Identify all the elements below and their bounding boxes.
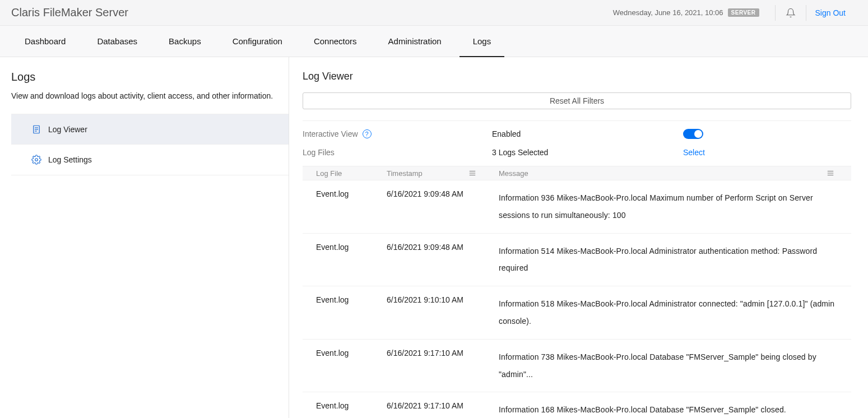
cell-log-file: Event.log: [303, 295, 387, 330]
reset-filters-button[interactable]: Reset All Filters: [303, 92, 851, 109]
table-row[interactable]: Event.log6/16/2021 9:09:48 AMInformation…: [303, 180, 851, 234]
nav-tab-databases[interactable]: Databases: [83, 26, 151, 57]
sidebar-item-log-viewer[interactable]: Log Viewer: [11, 114, 289, 145]
page-heading: Logs: [0, 71, 289, 91]
page-description: View and download logs about activity, c…: [0, 91, 289, 114]
doc-icon: [31, 124, 41, 134]
log-table: Log File Timestamp Message Event.log6/16…: [303, 166, 851, 418]
interactive-view-label: Interactive View: [303, 129, 358, 138]
hamburger-icon[interactable]: [468, 169, 476, 178]
table-row[interactable]: Event.log6/16/2021 9:09:48 AMInformation…: [303, 234, 851, 287]
cell-timestamp: 6/16/2021 9:09:48 AM: [387, 189, 499, 224]
nav-tab-configuration[interactable]: Configuration: [219, 26, 296, 57]
datetime: Wednesday, June 16, 2021, 10:06: [613, 8, 723, 17]
nav-tabs: DashboardDatabasesBackupsConfigurationCo…: [0, 26, 868, 57]
help-icon[interactable]: ?: [363, 129, 372, 138]
server-badge: SERVER: [728, 8, 759, 17]
nav-tab-dashboard[interactable]: Dashboard: [11, 26, 79, 57]
sidebar-item-label: Log Viewer: [48, 125, 87, 134]
sidebar: Logs View and download logs about activi…: [0, 57, 289, 418]
cell-message: Information 738 Mikes-MacBook-Pro.local …: [499, 349, 851, 383]
nav-tab-connectors[interactable]: Connectors: [300, 26, 370, 57]
table-row[interactable]: Event.log6/16/2021 9:17:10 AMInformation…: [303, 392, 851, 418]
nav-tab-administration[interactable]: Administration: [375, 26, 455, 57]
table-header: Log File Timestamp Message: [303, 166, 851, 180]
sidebar-item-label: Log Settings: [48, 155, 92, 164]
cell-timestamp: 6/16/2021 9:09:48 AM: [387, 243, 499, 277]
panel-title: Log Viewer: [303, 71, 851, 82]
table-row[interactable]: Event.log6/16/2021 9:10:10 AMInformation…: [303, 286, 851, 340]
nav-tab-logs[interactable]: Logs: [459, 26, 505, 57]
column-timestamp[interactable]: Timestamp: [387, 169, 423, 178]
cell-log-file: Event.log: [303, 401, 387, 418]
interactive-view-toggle[interactable]: [683, 129, 703, 139]
divider: [775, 5, 776, 21]
cell-message: Information 518 Mikes-MacBook-Pro.local …: [499, 295, 851, 330]
bell-icon[interactable]: [786, 8, 796, 18]
cell-timestamp: 6/16/2021 9:17:10 AM: [387, 349, 499, 383]
hamburger-icon[interactable]: [827, 169, 834, 178]
sidebar-item-log-settings[interactable]: Log Settings: [11, 145, 289, 175]
divider: [303, 120, 851, 121]
log-files-label: Log Files: [303, 148, 335, 157]
cell-timestamp: 6/16/2021 9:10:10 AM: [387, 295, 499, 330]
cell-message: Information 168 Mikes-MacBook-Pro.local …: [499, 401, 851, 418]
cell-message: Information 514 Mikes-MacBook-Pro.local …: [499, 243, 851, 277]
sign-out-link[interactable]: Sign Out: [815, 8, 846, 17]
log-viewer-panel: Log Viewer Reset All Filters Interactive…: [289, 57, 868, 418]
divider: [806, 5, 806, 21]
cell-log-file: Event.log: [303, 243, 387, 277]
log-files-value: 3 Logs Selected: [492, 148, 683, 157]
interactive-view-value: Enabled: [492, 129, 683, 138]
cell-log-file: Event.log: [303, 349, 387, 383]
top-bar: Claris FileMaker Server Wednesday, June …: [0, 0, 868, 26]
select-logs-link[interactable]: Select: [683, 148, 705, 157]
svg-point-4: [35, 159, 38, 161]
cell-timestamp: 6/16/2021 9:17:10 AM: [387, 401, 499, 418]
column-log-file[interactable]: Log File: [303, 169, 387, 178]
gear-icon: [31, 155, 41, 165]
column-message[interactable]: Message: [499, 169, 528, 178]
nav-tab-backups[interactable]: Backups: [155, 26, 215, 57]
app-title: Claris FileMaker Server: [11, 6, 128, 19]
table-row[interactable]: Event.log6/16/2021 9:17:10 AMInformation…: [303, 340, 851, 393]
cell-message: Information 936 Mikes-MacBook-Pro.local …: [499, 189, 851, 224]
cell-log-file: Event.log: [303, 189, 387, 224]
